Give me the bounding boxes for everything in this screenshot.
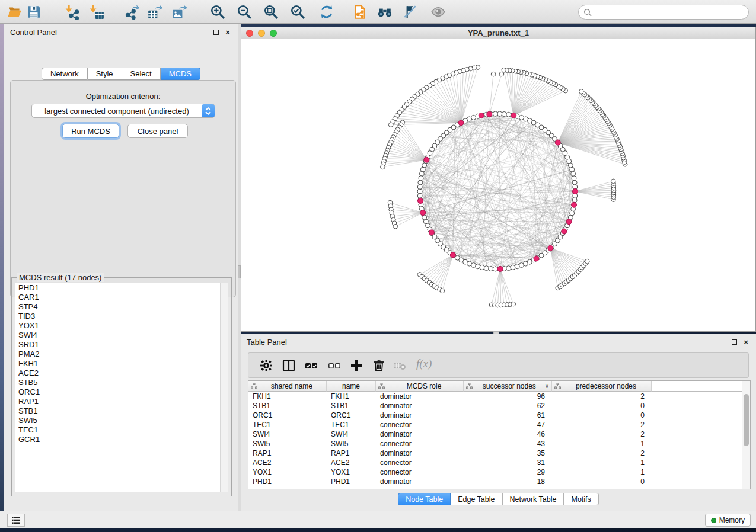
table-cell[interactable]: 0: [552, 411, 652, 420]
table-cell[interactable]: SWI4: [327, 430, 376, 439]
refresh-icon[interactable]: [319, 4, 334, 20]
graph-hub-node[interactable]: [562, 229, 567, 234]
table-row[interactable]: STB1STB1dominator620: [248, 401, 750, 411]
graph-node[interactable]: [571, 171, 576, 176]
graph-node[interactable]: [502, 111, 506, 116]
table-cell[interactable]: 1: [552, 458, 652, 467]
column-header-name[interactable]: name: [327, 381, 376, 392]
export-network-icon[interactable]: [124, 4, 139, 20]
table-cell[interactable]: 0: [552, 401, 652, 411]
table-cell[interactable]: 35: [464, 448, 552, 458]
table-cell[interactable]: 29: [464, 467, 552, 477]
mcds-result-item[interactable]: FKH1: [15, 359, 228, 368]
table-row[interactable]: PHD1PHD1dominator180: [248, 477, 750, 486]
mcds-result-item[interactable]: SRD1: [15, 340, 228, 350]
graph-node[interactable]: [572, 198, 577, 203]
table-cell[interactable]: SWI5: [248, 439, 327, 448]
mcds-result-item[interactable]: ORC1: [15, 387, 228, 397]
mcds-result-item[interactable]: STB5: [15, 378, 228, 387]
table-cell[interactable]: 31: [464, 458, 552, 467]
table-cell[interactable]: PHD1: [248, 477, 327, 486]
graph-node[interactable]: [499, 72, 504, 76]
graph-node[interactable]: [417, 185, 422, 190]
graph-node[interactable]: [381, 165, 385, 169]
graph-hub-node[interactable]: [555, 140, 560, 145]
import-network-icon[interactable]: [65, 4, 80, 20]
table-cell[interactable]: RAP1: [327, 448, 376, 458]
graph-hub-node[interactable]: [548, 245, 553, 251]
table-cell[interactable]: TEC1: [248, 420, 327, 430]
graph-node[interactable]: [585, 259, 589, 264]
mcds-result-item[interactable]: PHD1: [15, 283, 228, 293]
mcds-result-item[interactable]: STB1: [15, 406, 228, 416]
graph-node[interactable]: [511, 302, 516, 306]
graph-hub-node[interactable]: [458, 120, 464, 126]
mcds-result-item[interactable]: YOX1: [15, 321, 228, 331]
table-cell[interactable]: connector: [376, 458, 464, 467]
graph-node[interactable]: [511, 265, 515, 270]
table-cell[interactable]: 46: [464, 430, 552, 439]
table-cell[interactable]: connector: [376, 420, 464, 430]
table-cell[interactable]: dominator: [376, 401, 464, 411]
mcds-result-item[interactable]: GCR1: [15, 435, 228, 444]
open-file-icon[interactable]: [7, 4, 23, 20]
graph-hub-node[interactable]: [429, 230, 434, 235]
graph-hub-node[interactable]: [479, 113, 484, 118]
graph-node[interactable]: [489, 267, 493, 271]
window-minimize-icon[interactable]: [258, 30, 265, 37]
tab-select[interactable]: Select: [122, 68, 161, 80]
table-cell[interactable]: 2: [552, 430, 652, 439]
table-cell[interactable]: PHD1: [327, 477, 376, 486]
column-header-predecessor-nodes[interactable]: predecessor nodes: [552, 381, 652, 392]
graph-node[interactable]: [480, 265, 484, 270]
graph-node[interactable]: [493, 267, 497, 271]
tab-network-table[interactable]: Network Table: [503, 493, 564, 505]
graph-hub-node[interactable]: [420, 210, 426, 216]
graph-hub-node[interactable]: [450, 252, 455, 258]
table-cell[interactable]: STB1: [327, 401, 376, 411]
table-cell[interactable]: STB1: [248, 401, 327, 411]
network-graph-canvas[interactable]: [241, 39, 755, 331]
table-cell[interactable]: 2: [552, 448, 652, 458]
table-cell[interactable]: FKH1: [248, 392, 327, 401]
table-cell[interactable]: ACE2: [327, 458, 376, 467]
mcds-result-item[interactable]: TEC1: [15, 425, 228, 435]
hide-selected-icon[interactable]: [402, 4, 417, 20]
memory-button[interactable]: Memory: [705, 514, 751, 527]
zoom-out-icon[interactable]: [237, 4, 252, 20]
graph-node[interactable]: [420, 167, 425, 172]
table-cell[interactable]: dominator: [376, 448, 464, 458]
deselect-all-checks-icon[interactable]: [327, 358, 342, 373]
table-row[interactable]: TEC1TEC1connector472: [248, 420, 750, 430]
graph-node[interactable]: [491, 72, 496, 76]
list-scrollbar[interactable]: [220, 283, 228, 492]
window-maximize-icon[interactable]: [270, 30, 277, 37]
table-options-gear-icon[interactable]: [259, 358, 273, 373]
graph-node[interactable]: [418, 180, 423, 185]
show-columns-icon[interactable]: [282, 358, 296, 373]
close-panel-icon[interactable]: ×: [742, 338, 750, 346]
zoom-fit-icon[interactable]: [263, 4, 279, 20]
mcds-result-item[interactable]: ACE2: [15, 368, 228, 378]
graph-hub-node[interactable]: [573, 189, 578, 194]
graph-hub-node[interactable]: [566, 219, 572, 225]
table-row[interactable]: RAP1RAP1dominator352: [248, 448, 750, 458]
table-cell[interactable]: 1: [552, 439, 652, 448]
table-row[interactable]: ORC1ORC1dominator610: [248, 411, 750, 420]
table-cell[interactable]: dominator: [376, 477, 464, 486]
tab-network[interactable]: Network: [42, 68, 88, 80]
graph-node[interactable]: [493, 111, 497, 116]
table-cell[interactable]: 96: [464, 392, 552, 401]
delete-column-icon[interactable]: [372, 358, 386, 373]
graph-node[interactable]: [506, 112, 511, 117]
mcds-result-item[interactable]: SWI5: [15, 416, 228, 425]
mcds-result-list[interactable]: PHD1CAR1STP4TID3YOX1SWI4SRD1PMA2FKH1ACE2…: [15, 283, 228, 492]
select-all-checks-icon[interactable]: [304, 358, 318, 373]
graph-node[interactable]: [570, 211, 575, 216]
optimization-criterion-select[interactable]: largest connected component (undirected): [31, 104, 215, 118]
tab-edge-table[interactable]: Edge Table: [451, 493, 502, 505]
table-cell[interactable]: 47: [464, 420, 552, 430]
column-header-shared-name[interactable]: shared name: [248, 381, 327, 392]
table-cell[interactable]: 61: [464, 411, 552, 420]
tab-motifs[interactable]: Motifs: [564, 493, 598, 505]
